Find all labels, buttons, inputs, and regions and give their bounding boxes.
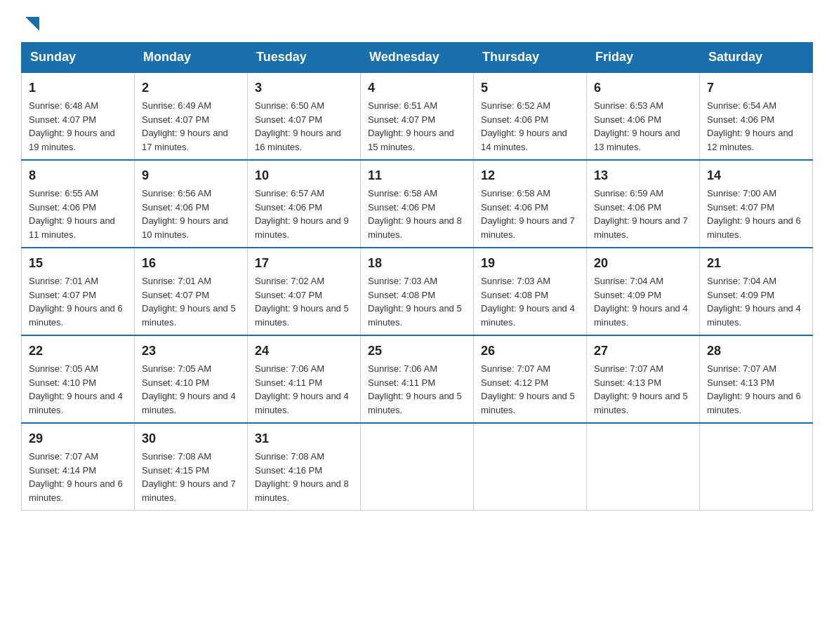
- day-sunset: Sunset: 4:08 PM: [368, 290, 435, 300]
- header-thursday: Thursday: [474, 43, 587, 73]
- day-daylight: Daylight: 9 hours and 19 minutes.: [29, 128, 115, 152]
- day-daylight: Daylight: 9 hours and 15 minutes.: [368, 128, 454, 152]
- logo-triangle-icon: [22, 14, 42, 34]
- day-number: 22: [29, 342, 127, 361]
- day-sunrise: Sunrise: 7:07 AM: [29, 451, 98, 462]
- day-number: 9: [142, 166, 240, 185]
- day-daylight: Daylight: 9 hours and 4 minutes.: [707, 303, 801, 328]
- day-number: 3: [255, 79, 353, 98]
- day-number: 19: [481, 254, 579, 273]
- calendar-cell: 4 Sunrise: 6:51 AM Sunset: 4:07 PM Dayli…: [361, 72, 474, 160]
- day-number: 15: [29, 254, 127, 273]
- calendar-cell: [361, 423, 474, 511]
- day-daylight: Daylight: 9 hours and 7 minutes.: [481, 215, 575, 240]
- day-daylight: Daylight: 9 hours and 9 minutes.: [255, 215, 349, 240]
- day-number: 11: [368, 166, 466, 185]
- day-number: 26: [481, 342, 579, 361]
- day-sunrise: Sunrise: 7:07 AM: [481, 363, 550, 374]
- header-monday: Monday: [135, 43, 248, 73]
- calendar-cell: 20 Sunrise: 7:04 AM Sunset: 4:09 PM Dayl…: [587, 248, 700, 335]
- calendar-week-5: 29 Sunrise: 7:07 AM Sunset: 4:14 PM Dayl…: [22, 423, 813, 511]
- day-sunrise: Sunrise: 7:06 AM: [255, 363, 324, 374]
- day-daylight: Daylight: 9 hours and 4 minutes.: [142, 391, 236, 415]
- day-number: 7: [707, 79, 805, 98]
- day-number: 13: [594, 166, 692, 185]
- day-sunrise: Sunrise: 6:58 AM: [481, 188, 550, 199]
- day-daylight: Daylight: 9 hours and 12 minutes.: [707, 128, 793, 152]
- calendar-cell: 23 Sunrise: 7:05 AM Sunset: 4:10 PM Dayl…: [135, 335, 248, 423]
- calendar-cell: [587, 423, 700, 511]
- day-sunrise: Sunrise: 7:04 AM: [707, 276, 776, 286]
- day-number: 30: [142, 429, 240, 448]
- day-daylight: Daylight: 9 hours and 5 minutes.: [142, 303, 236, 328]
- day-daylight: Daylight: 9 hours and 6 minutes.: [29, 303, 123, 328]
- calendar-cell: 19 Sunrise: 7:03 AM Sunset: 4:08 PM Dayl…: [474, 248, 587, 335]
- day-number: 8: [29, 166, 127, 185]
- calendar-cell: 9 Sunrise: 6:56 AM Sunset: 4:06 PM Dayli…: [135, 160, 248, 248]
- day-number: 4: [368, 79, 466, 98]
- day-number: 27: [594, 342, 692, 361]
- day-sunrise: Sunrise: 6:55 AM: [29, 188, 98, 199]
- calendar-cell: 8 Sunrise: 6:55 AM Sunset: 4:06 PM Dayli…: [22, 160, 135, 248]
- calendar-cell: 13 Sunrise: 6:59 AM Sunset: 4:06 PM Dayl…: [587, 160, 700, 248]
- day-daylight: Daylight: 9 hours and 16 minutes.: [255, 128, 341, 152]
- svg-marker-0: [25, 17, 39, 31]
- day-number: 21: [707, 254, 805, 273]
- calendar-week-3: 15 Sunrise: 7:01 AM Sunset: 4:07 PM Dayl…: [22, 248, 813, 335]
- day-daylight: Daylight: 9 hours and 6 minutes.: [29, 478, 123, 503]
- day-daylight: Daylight: 9 hours and 5 minutes.: [481, 391, 575, 415]
- day-sunset: Sunset: 4:07 PM: [707, 202, 774, 213]
- header-sunday: Sunday: [22, 43, 135, 73]
- calendar-week-2: 8 Sunrise: 6:55 AM Sunset: 4:06 PM Dayli…: [22, 160, 813, 248]
- day-sunrise: Sunrise: 6:49 AM: [142, 100, 211, 111]
- day-sunrise: Sunrise: 6:58 AM: [368, 188, 437, 199]
- calendar-cell: [474, 423, 587, 511]
- calendar-cell: 6 Sunrise: 6:53 AM Sunset: 4:06 PM Dayli…: [587, 72, 700, 160]
- logo: [21, 14, 42, 28]
- day-sunset: Sunset: 4:06 PM: [707, 114, 774, 125]
- day-sunset: Sunset: 4:13 PM: [707, 377, 774, 388]
- day-daylight: Daylight: 9 hours and 5 minutes.: [594, 391, 688, 415]
- day-daylight: Daylight: 9 hours and 4 minutes.: [29, 391, 123, 415]
- day-sunset: Sunset: 4:10 PM: [29, 377, 96, 388]
- day-number: 28: [707, 342, 805, 361]
- day-sunset: Sunset: 4:07 PM: [29, 290, 96, 300]
- day-sunset: Sunset: 4:08 PM: [481, 290, 548, 300]
- calendar-cell: 29 Sunrise: 7:07 AM Sunset: 4:14 PM Dayl…: [22, 423, 135, 511]
- day-sunset: Sunset: 4:07 PM: [29, 114, 96, 125]
- day-daylight: Daylight: 9 hours and 17 minutes.: [142, 128, 228, 152]
- day-daylight: Daylight: 9 hours and 4 minutes.: [481, 303, 575, 328]
- day-sunset: Sunset: 4:06 PM: [29, 202, 96, 213]
- calendar-cell: 17 Sunrise: 7:02 AM Sunset: 4:07 PM Dayl…: [248, 248, 361, 335]
- day-sunrise: Sunrise: 7:02 AM: [255, 276, 324, 286]
- day-daylight: Daylight: 9 hours and 5 minutes.: [255, 303, 349, 328]
- day-number: 25: [368, 342, 466, 361]
- day-sunset: Sunset: 4:06 PM: [255, 202, 322, 213]
- day-daylight: Daylight: 9 hours and 7 minutes.: [594, 215, 688, 240]
- calendar-cell: 5 Sunrise: 6:52 AM Sunset: 4:06 PM Dayli…: [474, 72, 587, 160]
- day-sunset: Sunset: 4:06 PM: [368, 202, 435, 213]
- day-sunset: Sunset: 4:07 PM: [255, 114, 322, 125]
- day-number: 20: [594, 254, 692, 273]
- day-sunset: Sunset: 4:09 PM: [594, 290, 661, 300]
- day-number: 18: [368, 254, 466, 273]
- day-sunset: Sunset: 4:15 PM: [142, 465, 209, 476]
- day-number: 31: [255, 429, 353, 448]
- day-sunrise: Sunrise: 6:53 AM: [594, 100, 663, 111]
- header-friday: Friday: [587, 43, 700, 73]
- header-tuesday: Tuesday: [248, 43, 361, 73]
- day-sunset: Sunset: 4:06 PM: [142, 202, 209, 213]
- calendar-table: SundayMondayTuesdayWednesdayThursdayFrid…: [21, 42, 813, 511]
- day-daylight: Daylight: 9 hours and 11 minutes.: [29, 215, 115, 240]
- calendar-cell: 12 Sunrise: 6:58 AM Sunset: 4:06 PM Dayl…: [474, 160, 587, 248]
- day-sunrise: Sunrise: 7:01 AM: [29, 276, 98, 286]
- day-number: 17: [255, 254, 353, 273]
- day-sunrise: Sunrise: 7:00 AM: [707, 188, 776, 199]
- day-number: 2: [142, 79, 240, 98]
- day-sunset: Sunset: 4:06 PM: [481, 202, 548, 213]
- day-daylight: Daylight: 9 hours and 13 minutes.: [594, 128, 680, 152]
- day-sunrise: Sunrise: 6:54 AM: [707, 100, 776, 111]
- day-sunrise: Sunrise: 7:04 AM: [594, 276, 663, 286]
- day-daylight: Daylight: 9 hours and 14 minutes.: [481, 128, 567, 152]
- calendar-week-1: 1 Sunrise: 6:48 AM Sunset: 4:07 PM Dayli…: [22, 72, 813, 160]
